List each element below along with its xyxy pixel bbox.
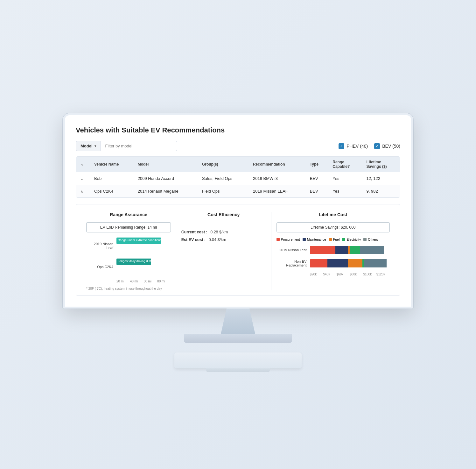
- fuel-label: Fuel: [333, 238, 340, 241]
- lifetime-savings-label: Lifetime Savings: $20, 000: [311, 225, 355, 230]
- filter-input[interactable]: [101, 141, 177, 151]
- monitor-wrapper: Vehicles with Suitable EV Recommendation…: [63, 113, 413, 368]
- vehicles-table-container: ⌄ Vehicle Name Model Group(s) Recommenda…: [76, 156, 400, 198]
- row-expand-bob[interactable]: ⌄: [76, 172, 90, 185]
- maintenance-label: Maintenance: [307, 238, 326, 241]
- charts-container: Range Assurance EV EoD Remaining Range: …: [76, 204, 400, 296]
- cell-savings-bob: 12, 122: [362, 172, 400, 185]
- ev-eod-label: EV EoD Remaining Range: 14 mi: [100, 225, 157, 230]
- range-footnote: * 20F (-7C), heating system in use throu…: [86, 287, 171, 290]
- keyboard: [174, 352, 302, 368]
- cell-rec-bob: 2019 BMW i3: [248, 172, 305, 185]
- monitor-stand-neck: [219, 309, 257, 334]
- table-row: ⌄ Bob 2009 Honda Accord Sales, Field Ops…: [76, 172, 400, 185]
- range-bar-chart: 2019 Nissan Leaf Range under extreme con…: [86, 238, 171, 283]
- stacked-bars-nonev: [310, 259, 390, 267]
- dropdown-label: Model: [80, 144, 93, 148]
- seg-maintenance-nonev: [327, 259, 348, 267]
- range-x-axis: 20 mi 40 mi 60 mi 80 mi: [116, 280, 171, 283]
- procurement-label: Procurement: [281, 238, 300, 241]
- seg-maintenance-nissan: [335, 246, 348, 254]
- lifetime-stacked-chart: 2019 Nissan Leaf Non-EV Replacement: [276, 246, 390, 276]
- monitor-screen: Vehicles with Suitable EV Recommendation…: [63, 113, 413, 309]
- est-ev-cost-value: 0.04 $/km: [207, 238, 226, 242]
- seg-others-nissan: [360, 246, 384, 254]
- table-header-row: ⌄ Vehicle Name Model Group(s) Recommenda…: [76, 157, 400, 172]
- cell-groups-ops: Field Ops: [198, 185, 248, 198]
- x-tick-40: 40 mi: [130, 280, 144, 283]
- cost-efficiency-title: Cost Efficiency: [181, 212, 266, 217]
- collapse-icon[interactable]: ⌄: [80, 177, 83, 181]
- x-tick-60: 60 mi: [144, 280, 157, 283]
- electricity-label: Electricity: [346, 238, 361, 241]
- range-assurance-title: Range Assurance: [86, 212, 171, 217]
- cell-range-bob: Yes: [328, 172, 362, 185]
- legend-fuel: Fuel: [329, 238, 340, 241]
- filter-row: Model ▾ ✓ PHEV (40) ✓ BEV (50): [76, 141, 400, 151]
- extreme-label: Range under extreme conditions *: [118, 238, 164, 242]
- lifetime-legend: Procurement Maintenance Fuel Electricity: [276, 238, 390, 241]
- cell-name-bob: Bob: [90, 172, 133, 185]
- cell-groups-bob: Sales, Field Ops: [198, 172, 248, 185]
- ev-eod-box: EV EoD Remaining Range: 14 mi: [86, 222, 171, 232]
- lifetime-x-axis: $20k $40k $60k $80k $100k $120k: [310, 273, 390, 276]
- collapse-icon[interactable]: ∧: [80, 189, 83, 193]
- lifetime-savings-box: Lifetime Savings: $20, 000: [276, 222, 390, 232]
- expand-all-icon[interactable]: ⌄: [80, 162, 84, 167]
- phev-label: PHEV (40): [346, 144, 368, 149]
- others-dot: [363, 238, 367, 241]
- cell-range-ops: Yes: [328, 185, 362, 198]
- chevron-down-icon: ▾: [94, 144, 96, 148]
- th-vehicle-name: Vehicle Name: [90, 157, 133, 172]
- legend-maintenance: Maintenance: [303, 238, 326, 241]
- table-row: ∧ Ops C2K4 2014 Renault Megane Field Ops…: [76, 185, 400, 198]
- seg-fuel-nonev: [348, 259, 362, 267]
- seg-procurement-nissan: [310, 246, 335, 254]
- stacked-x-120k: $120k: [376, 273, 390, 276]
- stacked-row-nonev: Non-EV Replacement: [276, 259, 390, 267]
- th-type: Type: [305, 157, 328, 172]
- stacked-x-20k: $20k: [310, 273, 323, 276]
- row-expand-ops[interactable]: ∧: [76, 185, 90, 198]
- est-ev-cost-label: Est EV cost :: [181, 238, 206, 242]
- lifetime-cost-section: Lifetime Cost Lifetime Savings: $20, 000…: [271, 212, 395, 290]
- x-tick-80: 80 mi: [157, 280, 171, 283]
- others-label: Others: [368, 238, 378, 241]
- monitor-stand-base: [184, 334, 292, 343]
- cell-type-bob: BEV: [305, 172, 328, 185]
- bev-checkbox-label[interactable]: ✓ BEV (50): [374, 143, 400, 149]
- seg-electricity-nissan: [350, 246, 360, 254]
- th-recommendation: Recommendation: [248, 157, 305, 172]
- range-assurance-section: Range Assurance EV EoD Remaining Range: …: [81, 212, 176, 290]
- legend-procurement: Procurement: [276, 238, 300, 241]
- procurement-dot: [276, 238, 280, 241]
- cell-savings-ops: 9, 982: [362, 185, 400, 198]
- stacked-bars-nissan: [310, 246, 390, 254]
- stacked-x-60k: $60k: [336, 273, 350, 276]
- th-model: Model: [133, 157, 198, 172]
- filter-right: ✓ PHEV (40) ✓ BEV (50): [339, 143, 400, 149]
- model-dropdown[interactable]: Model ▾: [76, 141, 101, 151]
- stacked-label-nissan: 2019 Nissan Leaf: [276, 248, 310, 252]
- stacked-x-40k: $40k: [323, 273, 336, 276]
- daily-label: Longest daily driving distance: [118, 259, 158, 263]
- bar-row-nissan: 2019 Nissan Leaf Range under extreme con…: [86, 238, 171, 254]
- seg-procurement-nonev: [310, 259, 327, 267]
- phev-checkbox-label[interactable]: ✓ PHEV (40): [339, 143, 368, 149]
- cell-model-ops: 2014 Renault Megane: [133, 185, 198, 198]
- maintenance-dot: [303, 238, 306, 241]
- bev-checkbox[interactable]: ✓: [374, 143, 380, 149]
- current-cost-value: 0.28 $/km: [209, 230, 228, 234]
- cost-efficiency-section: Cost Efficiency Current cost : 0.28 $/km…: [176, 212, 271, 290]
- page-title: Vehicles with Suitable EV Recommendation…: [76, 126, 400, 134]
- phev-checkbox[interactable]: ✓: [339, 143, 344, 149]
- stacked-x-80k: $80k: [350, 273, 363, 276]
- cell-type-ops: BEV: [305, 185, 328, 198]
- seg-others-nonev: [364, 259, 387, 267]
- stacked-row-nissan: 2019 Nissan Leaf: [276, 246, 390, 254]
- th-expand: ⌄: [76, 157, 90, 172]
- bar-row-ops: Ops C2K4 Longest daily driving distance: [86, 259, 171, 275]
- est-ev-cost-row: Est EV cost : 0.04 $/km: [181, 238, 266, 242]
- current-cost-row: Current cost : 0.28 $/km: [181, 230, 266, 234]
- bar-label-ops: Ops C2K4: [86, 265, 116, 269]
